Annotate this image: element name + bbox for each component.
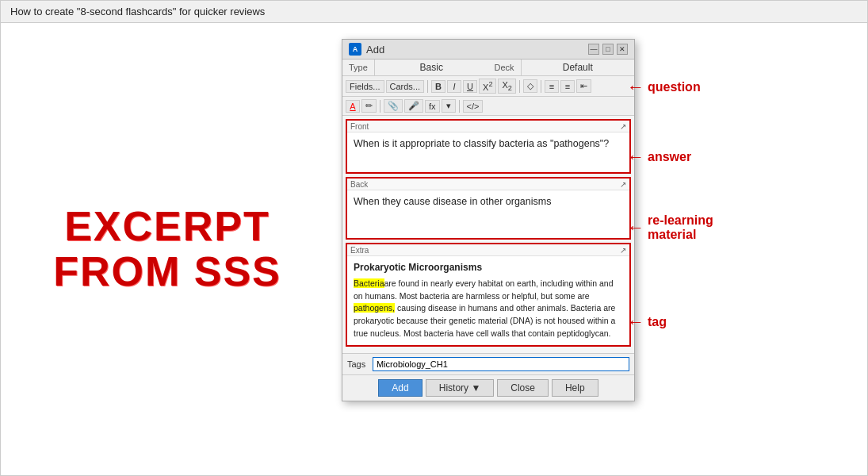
front-field-label: Front ↗ bbox=[347, 121, 629, 132]
toolbar-sep-5 bbox=[459, 100, 460, 113]
deck-value[interactable]: Default bbox=[521, 60, 634, 75]
left-panel: EXCERPT FROM SSS bbox=[1, 23, 334, 475]
tags-label: Tags bbox=[347, 359, 369, 369]
tag-annotation: ← tag bbox=[627, 312, 786, 332]
history-button[interactable]: History ▼ bbox=[426, 379, 495, 397]
back-field-content[interactable]: When they cause disease in other organis… bbox=[347, 190, 629, 238]
material-body: Bacteriaare found in nearly every habita… bbox=[354, 278, 623, 340]
material-title: Prokaryotic Microorganisms bbox=[354, 261, 623, 274]
maximize-button[interactable]: □ bbox=[602, 44, 614, 55]
tag-arrow: ← bbox=[627, 312, 644, 332]
toolbar-sep-2 bbox=[519, 80, 520, 93]
front-field-content[interactable]: When is it appropriate to classify bacte… bbox=[347, 132, 629, 172]
code-button[interactable]: </> bbox=[463, 100, 484, 113]
answer-label: answer bbox=[648, 150, 691, 164]
underline-button[interactable]: U bbox=[463, 80, 477, 93]
toolbar-row-2: A ✏ 📎 🎤 fx ▾ </> bbox=[342, 97, 634, 116]
question-label: question bbox=[648, 80, 701, 94]
dialog-title: A Add bbox=[349, 43, 384, 56]
extra-field-box: Extra ↗ Prokaryotic Microorganisms Bacte… bbox=[346, 243, 631, 347]
minimize-button[interactable]: — bbox=[588, 44, 599, 55]
superscript-button[interactable]: X2 bbox=[479, 79, 496, 94]
field-container: Front ↗ When is it appropriate to classi… bbox=[342, 116, 634, 353]
italic-button[interactable]: I bbox=[447, 80, 461, 93]
caret-button[interactable]: ▾ bbox=[442, 99, 456, 113]
type-value[interactable]: Basic bbox=[374, 60, 488, 75]
dialog-controls: — □ ✕ bbox=[588, 44, 628, 55]
type-deck-row: Type Basic Deck Default bbox=[342, 60, 634, 76]
back-field-label: Back ↗ bbox=[347, 178, 629, 190]
toolbar-sep-4 bbox=[380, 100, 380, 113]
highlight-pathogens: pathogens, bbox=[354, 303, 395, 313]
right-panel: A Add — □ ✕ Type Basic Deck Default Fiel… bbox=[334, 23, 867, 475]
top-bar-title: How to create "8-second flashcards" for … bbox=[10, 6, 265, 17]
ol-button[interactable]: ≡ bbox=[560, 80, 575, 93]
relearning-label2: material bbox=[648, 228, 713, 242]
type-label: Type bbox=[342, 60, 374, 75]
toolbar-row-1: Fields... Cards... B I U X2 X2 ◇ ≡ ≡ ⇤ bbox=[342, 76, 634, 97]
highlight-button[interactable]: ✏ bbox=[361, 99, 377, 113]
close-button[interactable]: ✕ bbox=[617, 44, 628, 55]
fx-button[interactable]: fx bbox=[425, 100, 440, 113]
top-bar: How to create "8-second flashcards" for … bbox=[1, 1, 867, 23]
material-body-part1: are found in nearly every habitat on ear… bbox=[354, 278, 613, 301]
dialog-titlebar: A Add — □ ✕ bbox=[342, 40, 634, 60]
cards-button[interactable]: Cards... bbox=[386, 80, 425, 93]
relearning-annotation: ← re-learning material bbox=[627, 213, 786, 242]
extra-field-label: Extra ↗ bbox=[347, 244, 629, 256]
extra-field-content[interactable]: Prokaryotic Microorganisms Bacteriaare f… bbox=[347, 256, 629, 345]
attach-button[interactable]: 📎 bbox=[384, 99, 403, 113]
ul-button[interactable]: ≡ bbox=[545, 80, 559, 93]
fields-button[interactable]: Fields... bbox=[346, 80, 384, 93]
answer-arrow: ← bbox=[627, 147, 644, 167]
dialog-close-button[interactable]: Close bbox=[497, 379, 549, 397]
bold-button[interactable]: B bbox=[431, 80, 445, 93]
highlight-bacteria: Bacteria bbox=[354, 278, 384, 288]
subscript-button[interactable]: X2 bbox=[498, 79, 515, 94]
tags-row: Tags bbox=[342, 353, 634, 374]
back-field-box: Back ↗ When they cause disease in other … bbox=[346, 177, 631, 240]
deck-label: Deck bbox=[488, 60, 520, 75]
question-arrow: ← bbox=[627, 77, 644, 98]
tags-input[interactable] bbox=[373, 357, 629, 371]
dialog-title-text: Add bbox=[366, 44, 384, 56]
annotation-area: ← question ← answer ← re-learning materi… bbox=[627, 39, 786, 332]
excerpt-text: EXCERPT FROM SSS bbox=[53, 204, 281, 294]
answer-annotation: ← answer bbox=[627, 147, 786, 167]
mic-button[interactable]: 🎤 bbox=[404, 99, 423, 113]
font-color-button[interactable]: A bbox=[346, 100, 360, 113]
dialog-icon: A bbox=[349, 43, 361, 56]
bottom-buttons: Add History ▼ Close Help bbox=[342, 374, 634, 401]
excerpt-line2: FROM SSS bbox=[53, 249, 281, 294]
excerpt-line1: EXCERPT bbox=[53, 204, 281, 249]
help-button[interactable]: Help bbox=[552, 379, 598, 397]
relearning-arrow: ← bbox=[627, 217, 644, 238]
front-field-box: Front ↗ When is it appropriate to classi… bbox=[346, 119, 631, 174]
toolbar-sep-3 bbox=[541, 80, 541, 93]
tag-label: tag bbox=[648, 315, 667, 329]
relearning-label1: re-learning bbox=[648, 213, 713, 228]
indent-button[interactable]: ⇤ bbox=[576, 79, 591, 93]
anki-dialog: A Add — □ ✕ Type Basic Deck Default Fiel… bbox=[342, 39, 635, 401]
question-annotation: ← question bbox=[627, 77, 786, 98]
toolbar-sep-1 bbox=[427, 80, 428, 93]
eraser-button[interactable]: ◇ bbox=[523, 79, 537, 93]
add-button[interactable]: Add bbox=[378, 379, 422, 397]
